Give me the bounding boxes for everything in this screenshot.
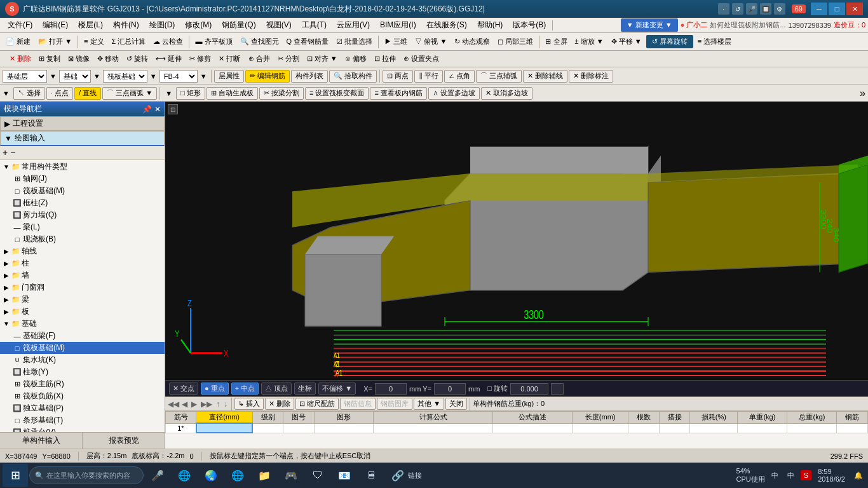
titlebar-icon-3[interactable]: 🎤	[746, 3, 757, 15]
expand-icon[interactable]: ▼	[3, 163, 10, 170]
btn-point-angle[interactable]: ∠ 点角	[444, 70, 475, 83]
tree-item-axline2[interactable]: ▶ 📁 轴线	[0, 245, 165, 257]
btn-new[interactable]: 📄 新建	[3, 35, 34, 48]
expand-icon[interactable]: ▶	[3, 260, 10, 267]
btn-auto-slab[interactable]: ⊞ 自动生成板	[207, 87, 258, 100]
snap-vertex[interactable]: △ 顶点	[261, 383, 292, 395]
taskbar-app-game[interactable]: 🎮	[278, 464, 304, 487]
minimize-button[interactable]: ─	[811, 3, 827, 15]
titlebar-icon-1[interactable]: ·	[718, 3, 729, 15]
taskbar-app-app1[interactable]: 📧	[332, 464, 357, 487]
btn-zoom[interactable]: ± 缩放 ▼	[572, 35, 607, 48]
btn-align-top[interactable]: ▬ 齐平板顶	[192, 35, 235, 48]
tree-item-common[interactable]: ▼ 📁 常用构件类型	[0, 161, 165, 173]
tree-item-foundbeam[interactable]: — 基础梁(F)	[0, 330, 165, 342]
btn-cloud-check[interactable]: ☁ 云检查	[150, 35, 186, 48]
tree-item-beam2[interactable]: ▶ 📁 梁	[0, 294, 165, 306]
tree-item-slab[interactable]: □ 现浇板(B)	[0, 233, 165, 245]
btn-comp-list[interactable]: 构件列表	[291, 70, 328, 83]
select-subtype[interactable]: 筏板基础	[103, 70, 147, 83]
tree-item-column[interactable]: 🔲 框柱(Z)	[0, 197, 165, 209]
cell-diameter[interactable]	[196, 423, 253, 433]
tree-add-btn[interactable]: +	[3, 147, 8, 158]
rebar-btn-scale[interactable]: ⊡ 缩尺配筋	[295, 398, 339, 410]
tree-item-doorwin[interactable]: ▶ 📁 门窗洞	[0, 281, 165, 294]
tree-item-strip[interactable]: □ 条形基础(T)	[0, 414, 165, 426]
btn-del-note[interactable]: ✕ 删除标注	[569, 70, 613, 83]
btn-three-arc[interactable]: ⌒ 三点辅弧	[476, 70, 522, 83]
tree-item-raftneg[interactable]: ⊞ 筏板负筋(X)	[0, 390, 165, 402]
btn-mirror[interactable]: ⊠ 镜像	[65, 52, 93, 65]
menu-version[interactable]: 版本号(B)	[508, 18, 551, 32]
btn-pan[interactable]: ✥ 平移 ▼	[608, 35, 645, 48]
taskbar-app-security[interactable]: 🛡	[305, 464, 330, 487]
rebar-nav-next[interactable]: ▶	[191, 400, 197, 409]
btn-split[interactable]: ✂ 分割	[275, 52, 302, 65]
btn-set-slope[interactable]: ∧ 设置多边坡	[428, 87, 480, 100]
btn-pick-comp[interactable]: 🔍 拾取构件	[329, 70, 377, 83]
btn-orbit[interactable]: ↻ 动态观察	[451, 35, 493, 48]
tree-item-pilecap[interactable]: 🔲 柱墩(Y)	[0, 366, 165, 378]
btn-find[interactable]: 🔍 查找图元	[237, 35, 282, 48]
taskbar-app-mic[interactable]: 🎤	[145, 464, 170, 487]
menu-component[interactable]: 构件(N)	[108, 18, 144, 32]
select-name[interactable]: FB-4	[159, 70, 198, 83]
select-type[interactable]: 基础	[59, 70, 91, 83]
table-row[interactable]: 1*	[166, 423, 868, 433]
rebar-btn-other[interactable]: 其他 ▼	[414, 398, 444, 410]
maximize-button[interactable]: □	[829, 3, 845, 15]
menu-help[interactable]: 帮助(H)	[472, 18, 508, 32]
snap-center[interactable]: + 中点	[231, 383, 259, 395]
rebar-btn-library[interactable]: 钢筋图库	[377, 398, 412, 410]
rebar-nav-down[interactable]: ↓	[224, 400, 227, 409]
rotate-input[interactable]	[510, 383, 548, 395]
tree-item-slab2[interactable]: ▶ 📁 板	[0, 306, 165, 318]
btn-topview[interactable]: ▽ 俯视 ▼	[412, 35, 450, 48]
snap-intersection[interactable]: ✕ 交点	[169, 383, 198, 395]
menu-view[interactable]: 视图(V)	[261, 18, 297, 32]
expand-icon[interactable]: ▶	[3, 284, 10, 291]
section-project[interactable]: ▶ 工程设置	[0, 116, 165, 131]
btn-setvertex[interactable]: ⊕ 设置夹点	[400, 52, 442, 65]
tray-lang[interactable]: 中	[769, 470, 781, 482]
btn-point[interactable]: · 点点	[46, 87, 73, 100]
menu-rebar[interactable]: 钢筋量(Q)	[217, 18, 261, 32]
btn-rotate[interactable]: ↺ 屏幕旋转	[646, 35, 693, 48]
rebar-nav-prev[interactable]: ◀	[182, 400, 187, 409]
btn-line[interactable]: / 直线	[74, 87, 101, 100]
start-button[interactable]: ⊞	[3, 464, 28, 487]
menu-tools[interactable]: 工具(T)	[297, 18, 332, 32]
btn-fullscreen[interactable]: ⊞ 全屏	[542, 35, 570, 48]
snap-coord[interactable]: 坐标	[294, 383, 316, 395]
tree-item-beam[interactable]: — 梁(L)	[0, 221, 165, 233]
btn-two-point[interactable]: ⊡ 两点	[383, 70, 413, 83]
rebar-btn-insert[interactable]: ↳ 插入	[234, 398, 264, 410]
titlebar-icon-5[interactable]: ⚙	[774, 3, 785, 15]
btn-move[interactable]: ✥ 移动	[94, 52, 122, 65]
titlebar-icon-2[interactable]: ↺	[732, 3, 743, 15]
btn-view-rebar[interactable]: Q 查看钢筋量	[283, 35, 332, 48]
tray-notification[interactable]: 🔔	[851, 470, 865, 481]
menu-online[interactable]: 在线服务(S)	[421, 18, 472, 32]
tree-item-pithole[interactable]: ∪ 集水坑(K)	[0, 354, 165, 366]
menu-edit[interactable]: 编辑(E)	[37, 18, 73, 32]
btn-view-slab-bar[interactable]: ≡ 查看板内钢筋	[370, 87, 426, 100]
link-report[interactable]: 报表预览	[83, 433, 165, 449]
resize-handle[interactable]: ⊡	[168, 104, 178, 114]
taskbar-app-ie[interactable]: 🌐	[172, 464, 197, 487]
btn-calc[interactable]: Σ 汇总计算	[109, 35, 149, 48]
btn-cancel-slope[interactable]: ✕ 取消多边坡	[481, 87, 532, 100]
btn-layer-prop[interactable]: 层属性	[214, 70, 244, 83]
rebar-nav-first[interactable]: ◀◀	[168, 400, 179, 409]
menu-file[interactable]: 文件(F)	[3, 18, 37, 32]
taskbar-app-link[interactable]: 🔗 链接	[385, 464, 427, 487]
tree-item-foundation[interactable]: ▼ 📁 基础	[0, 318, 165, 330]
btn-edit-rebar[interactable]: ✏ 编辑钢筋	[245, 70, 290, 83]
y-input[interactable]	[434, 383, 466, 395]
search-bar[interactable]: 🔍 在这里输入你要搜索的内容	[29, 466, 144, 484]
expand-icon[interactable]: ▼	[3, 320, 10, 327]
btn-arc[interactable]: ⌒ 三点画弧 ▼	[102, 87, 157, 100]
menu-bim[interactable]: BIM应用(I)	[375, 18, 421, 32]
expand-icon[interactable]: ▶	[3, 296, 10, 303]
tree-item-shearwall[interactable]: 🔲 剪力墙(Q)	[0, 209, 165, 221]
